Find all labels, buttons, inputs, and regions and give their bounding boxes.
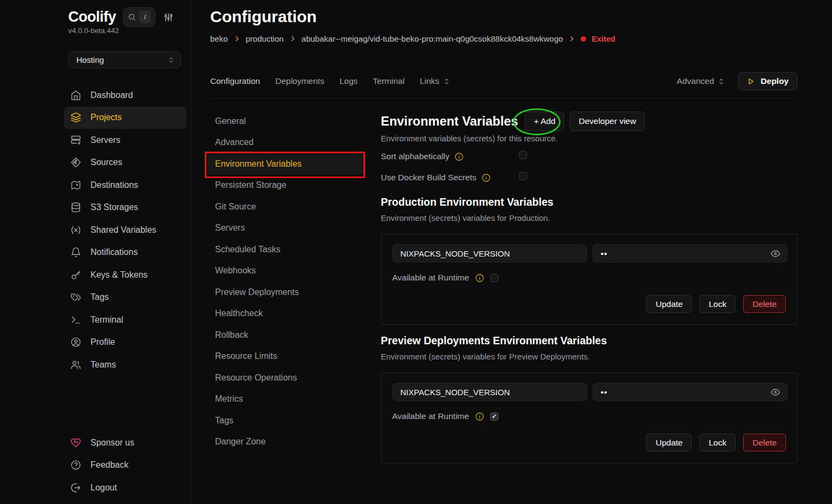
variable-value-field[interactable]: •• [593,244,788,263]
lock-button[interactable]: Lock [699,295,736,313]
sidebar-item-terminal[interactable]: Terminal [64,309,186,331]
sidebar-item-feedback[interactable]: Feedback [64,454,186,477]
sort-toggle-label: Sort alphabetically [381,152,450,161]
sidebar-item-teams[interactable]: Teams [64,354,186,376]
deploy-button[interactable]: Deploy [738,72,797,90]
preview-variable-card: •• Available at Runtime Update Lock Dele… [381,372,797,463]
help-circle-icon [70,460,81,470]
subnav-item-git-source[interactable]: Git Source [207,196,365,218]
sidebar-item-label: Profile [90,337,115,347]
advanced-dropdown[interactable]: Advanced [677,76,725,86]
logout-icon [70,482,81,493]
sidebar-item-tags[interactable]: Tags [64,286,186,309]
info-icon [482,173,491,182]
sidebar-item-label: S3 Storages [90,202,138,212]
add-variable-button[interactable]: + Add [525,112,564,131]
variable-key-input[interactable] [392,383,587,401]
tab-links[interactable]: Links [420,76,451,86]
subnav-item-preview-deployments[interactable]: Preview Deployments [207,282,365,303]
developer-view-button[interactable]: Developer view [570,112,645,131]
subnav-item-tags[interactable]: Tags [207,410,365,431]
subnav-item-resource-operations[interactable]: Resource Operations [207,367,365,389]
preview-runtime-checkbox[interactable] [490,413,498,421]
sidebar-item-destinations[interactable]: Destinations [64,174,186,197]
prod-runtime-checkbox[interactable] [490,274,498,282]
settings-button[interactable] [163,12,174,23]
sidebar-item-label: Shared Variables [90,225,157,235]
tab-deployments[interactable]: Deployments [275,76,324,86]
section-title: Environment Variables [381,114,518,129]
update-button[interactable]: Update [646,434,692,451]
docker-secrets-toggle-label: Use Docker Build Secrets [381,173,477,182]
breadcrumb-project[interactable]: beko [210,34,228,43]
sidebar-item-label: Projects [90,113,122,122]
team-selector[interactable]: Hosting [68,51,181,68]
lock-button[interactable]: Lock [699,434,736,451]
server-icon [70,135,81,146]
deploy-button-label: Deploy [760,76,789,86]
subnav-item-advanced[interactable]: Advanced [207,132,365,154]
delete-button[interactable]: Delete [743,434,786,451]
subnav-item-scheduled-tasks[interactable]: Scheduled Tasks [207,239,365,260]
variable-key-input[interactable] [392,244,587,263]
chevron-updown-icon [717,77,725,86]
sidebar-item-servers[interactable]: Servers [64,129,186,152]
subnav-item-servers[interactable]: Servers [207,218,365,239]
subnav-item-rollback[interactable]: Rollback [207,324,365,346]
sidebar-item-projects[interactable]: Projects [64,107,186,129]
subnav-item-healthcheck[interactable]: Healthcheck [207,303,365,325]
sidebar-item-sources[interactable]: Sources [64,152,186,174]
subnav-item-resource-limits[interactable]: Resource Limits [207,346,365,368]
sidebar-item-notifications[interactable]: Notifications [64,241,186,264]
tab-terminal[interactable]: Terminal [373,76,405,86]
sidebar-item-sponsor[interactable]: Sponsor us [64,431,186,454]
app-version: v4.0.0-beta.442 [68,27,119,35]
search-button[interactable]: / [123,7,155,27]
sidebar-item-label: Dashboard [90,90,133,100]
runtime-toggle-label: Available at Runtime [392,411,469,421]
masked-value: •• [601,388,608,397]
sidebar-item-label: Logout [90,483,117,493]
parentheses-x-icon [70,225,81,235]
sidebar: Coolify / v4.0.0-beta.442 Hosting Dashbo… [0,0,191,504]
subnav-item-persistent-storage[interactable]: Persistent Storage [207,175,365,197]
status-dot [581,36,586,42]
docker-secrets-checkbox[interactable] [519,172,527,180]
production-section-description: Environment (secrets) variables for Prod… [381,213,550,222]
breadcrumb-resource[interactable]: abubakar--meigag/vid-tube-beko-pro:main-… [302,34,563,43]
reveal-value-button[interactable] [770,248,781,259]
tab-logs[interactable]: Logs [340,76,358,86]
variable-value-field[interactable]: •• [593,383,788,401]
tab-configuration[interactable]: Configuration [210,76,260,86]
sort-checkbox[interactable] [519,151,527,159]
subnav-item-webhooks[interactable]: Webhooks [207,260,365,282]
reveal-value-button[interactable] [770,387,781,397]
subnav-item-danger-zone[interactable]: Danger Zone [207,431,365,453]
heart-handshake-icon [70,437,81,448]
eye-icon [770,387,781,397]
subnav-item-environment-variables[interactable]: Environment Variables [207,153,365,175]
tabs-row: Configuration Deployments Logs Terminal … [210,71,797,91]
sidebar-item-keys-tokens[interactable]: Keys & Tokens [64,264,186,286]
sliders-icon [163,12,174,23]
info-icon [475,273,484,283]
chevron-right-icon [568,35,575,42]
info-icon [475,412,484,421]
subnav-item-general[interactable]: General [207,110,365,132]
home-icon [70,90,81,101]
chevron-updown-icon [443,77,451,86]
sidebar-item-shared-variables[interactable]: Shared Variables [64,219,186,241]
production-section-title: Production Environment Variables [381,196,554,208]
sidebar-item-s3-storages[interactable]: S3 Storages [64,197,186,219]
sidebar-item-profile[interactable]: Profile [64,331,186,354]
chevron-right-icon [233,35,240,42]
sidebar-item-logout[interactable]: Logout [64,476,186,499]
sidebar-item-label: Keys & Tokens [90,270,148,280]
sidebar-item-dashboard[interactable]: Dashboard [64,84,186,107]
delete-button[interactable]: Delete [743,295,786,313]
subnav-item-metrics[interactable]: Metrics [207,389,365,410]
breadcrumb-environment[interactable]: production [246,34,284,43]
users-icon [70,359,81,370]
update-button[interactable]: Update [646,295,692,313]
search-shortcut-key: / [139,11,151,23]
